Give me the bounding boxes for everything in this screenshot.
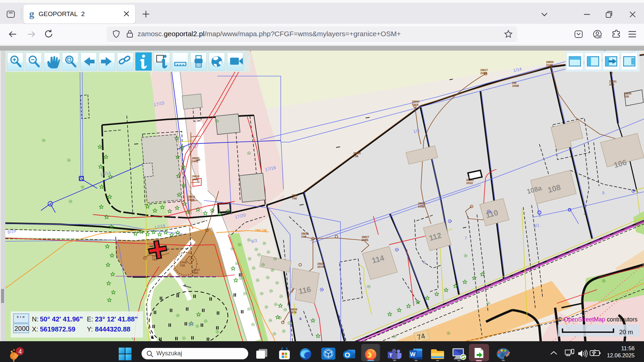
svg-text:708: 708 (353, 155, 358, 158)
svg-text:7: 7 (465, 236, 467, 241)
svg-text:© OpenStreetMap contributors: © OpenStreetMap contributors (558, 316, 638, 323)
svg-text:2076: 2076 (317, 265, 324, 268)
svg-text:202: 202 (193, 271, 198, 275)
svg-text:748: 748 (262, 229, 267, 232)
svg-text:O: O (345, 351, 350, 359)
svg-text:3108: 3108 (546, 63, 553, 67)
svg-text:216: 216 (301, 235, 306, 238)
svg-text:2401: 2401 (192, 160, 199, 163)
svg-text:2408: 2408 (512, 84, 519, 87)
svg-text:2400: 2400 (192, 178, 199, 181)
svg-text:2085: 2085 (362, 238, 368, 242)
svg-text:2000: 2000 (14, 325, 30, 332)
svg-text:4: 4 (18, 348, 22, 355)
svg-text:9: 9 (602, 190, 604, 195)
svg-text:T: T (389, 352, 392, 358)
svg-text:23° 12' 41.88": 23° 12' 41.88" (95, 315, 138, 323)
svg-text:2408: 2408 (480, 71, 487, 75)
svg-text:2088: 2088 (418, 205, 425, 208)
svg-text:3118: 3118 (412, 103, 419, 106)
svg-text:718: 718 (180, 264, 185, 267)
svg-text:2078: 2078 (290, 311, 297, 314)
svg-text:N:: N: (32, 315, 39, 323)
svg-text:742: 742 (152, 258, 157, 261)
svg-text:2032: 2032 (466, 181, 473, 185)
svg-text:8444320.88: 8444320.88 (95, 325, 130, 333)
svg-text:.: . (289, 232, 290, 235)
svg-text:20 m: 20 m (619, 328, 633, 336)
svg-text:5619872.59: 5619872.59 (40, 325, 75, 333)
svg-text:2109: 2109 (188, 198, 195, 201)
svg-text:6: 6 (423, 260, 425, 265)
svg-text:° ' ": ° ' " (17, 315, 24, 321)
svg-text:X:: X: (32, 325, 38, 333)
svg-text:Y:: Y: (87, 325, 93, 333)
svg-text:W: W (410, 351, 416, 358)
svg-text:706: 706 (292, 197, 297, 200)
svg-text:E:: E: (87, 315, 93, 323)
svg-text:4: 4 (299, 316, 301, 321)
svg-text:50° 42' 41.96": 50° 42' 41.96" (40, 315, 83, 323)
svg-text:203: 203 (609, 83, 614, 86)
svg-text:2M0: 2M0 (255, 229, 261, 232)
svg-text:5: 5 (359, 279, 361, 284)
